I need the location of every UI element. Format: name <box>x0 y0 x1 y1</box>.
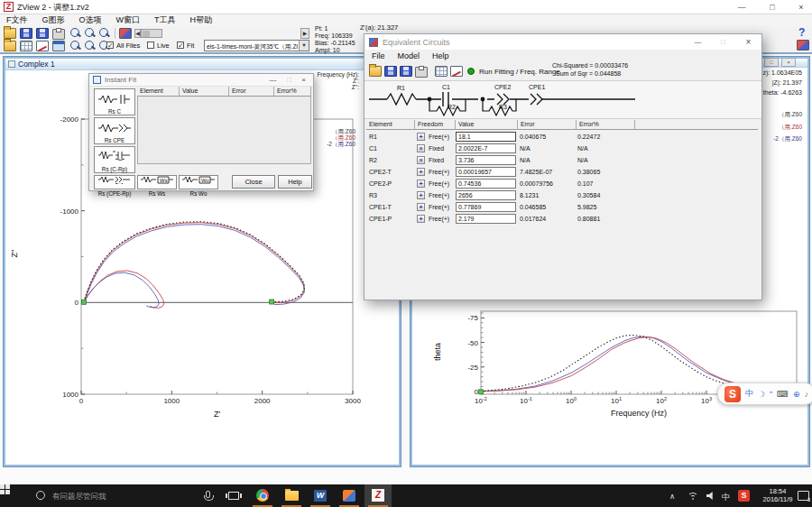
more-icon[interactable]: ⊕ <box>793 390 800 399</box>
open-icon[interactable] <box>4 28 16 39</box>
circuit-editor-icon[interactable] <box>797 40 809 51</box>
value-input[interactable]: 0.77869 <box>456 202 516 212</box>
column-header[interactable]: Error% <box>577 120 635 130</box>
input-mode-icon[interactable]: 中 <box>745 388 753 400</box>
ec-menu-help[interactable]: Help <box>432 51 449 60</box>
column-header[interactable]: Error% <box>274 87 311 97</box>
sogou-logo-icon[interactable]: S <box>724 386 741 402</box>
table-row[interactable]: R2×Fixed3.736N/AN/A <box>364 154 761 166</box>
column-header[interactable]: Element <box>366 120 415 130</box>
ec-menu-model[interactable]: Model <box>398 51 420 60</box>
menu-help[interactable]: H帮助 <box>190 14 213 26</box>
table-row[interactable]: CPE1-T+Free(+)0.778690.0465855.9825 <box>364 201 761 213</box>
action-center-icon[interactable]: 3 <box>798 491 809 501</box>
table-row[interactable]: CPE2-P+Free(+)0.745360.000797560.107 <box>364 178 761 189</box>
save-as-icon[interactable] <box>36 28 49 39</box>
fit-tool-icon[interactable] <box>84 28 97 39</box>
point-scrollbar[interactable] <box>141 29 162 38</box>
help-button[interactable]: Help <box>278 175 312 189</box>
edit-model-icon[interactable] <box>435 66 448 77</box>
search-input[interactable]: 有问题尽管问我 <box>52 492 106 502</box>
close-icon[interactable]: × <box>742 36 755 48</box>
freedom-toggle[interactable]: + <box>417 180 425 188</box>
run-fitting-button[interactable]: Run Fitting / Freq. Range <box>479 68 560 76</box>
close-button[interactable]: × <box>781 58 796 67</box>
save-as-icon[interactable] <box>400 66 412 77</box>
sogou-input-bar[interactable]: S 中 ☽ ” ⌨ ⊕ ♪ <box>717 383 812 405</box>
settings-icon[interactable]: ♪ <box>805 390 809 399</box>
clock[interactable]: 18:54 2016/11/9 <box>758 488 798 503</box>
circuit-canvas[interactable]: R1 C1 R2 CPE2 R3 CPE1 <box>364 81 761 119</box>
instant-fit-titlebar[interactable]: Instant Fit — □ × <box>89 74 313 87</box>
column-header[interactable]: Freedom <box>415 120 456 130</box>
ec-menu-file[interactable]: File <box>372 51 385 60</box>
ime-indicator[interactable]: 中 <box>722 492 730 503</box>
close-icon[interactable]: × <box>297 74 310 86</box>
complex-titlebar[interactable]: Complex 1 <box>5 59 399 70</box>
table-row[interactable]: CPE2-T+Free(+)0.000196577.4825E-070.3806… <box>364 166 761 178</box>
taskbar-item-word[interactable]: W <box>307 484 334 507</box>
freedom-toggle[interactable]: + <box>417 133 425 141</box>
taskbar-item-viewer[interactable] <box>336 484 363 507</box>
freedom-toggle[interactable]: × <box>417 144 425 152</box>
taskbar-item-zview[interactable]: Z <box>364 484 392 507</box>
value-input[interactable]: 0.74536 <box>456 179 516 189</box>
open-data-icon[interactable] <box>4 41 16 51</box>
freedom-toggle[interactable]: + <box>417 203 425 211</box>
all-files-checkbox[interactable]: ✓ <box>106 41 114 49</box>
start-button[interactable] <box>0 484 10 494</box>
menu-options[interactable]: O选项 <box>79 14 102 26</box>
value-input[interactable]: 0.00019657 <box>456 167 516 177</box>
fit-tool-icon[interactable] <box>98 28 111 39</box>
fit-tool-icon[interactable] <box>69 28 82 39</box>
network-icon[interactable] <box>687 493 700 502</box>
column-header[interactable]: Error <box>229 87 274 97</box>
column-header[interactable]: Value <box>180 87 229 97</box>
preview-icon[interactable] <box>450 66 463 77</box>
table-row[interactable]: R3+Free(+)26568.12310.30584 <box>364 189 761 201</box>
value-input[interactable]: 3.736 <box>456 155 516 165</box>
maximize-button[interactable]: □ <box>760 0 785 14</box>
column-header[interactable]: Element <box>137 87 180 97</box>
moon-icon[interactable]: ☽ <box>758 390 765 399</box>
dataset-combo[interactable]: eis-1-times-moni-黄河35℃（用.Z60 ▼ <box>204 40 309 51</box>
menu-tools[interactable]: T工具 <box>154 14 176 26</box>
keyboard-icon[interactable]: ⌨ <box>777 390 789 399</box>
freedom-toggle[interactable]: × <box>417 156 425 164</box>
print-icon[interactable] <box>52 29 65 40</box>
save-icon[interactable] <box>20 28 32 39</box>
print-icon[interactable] <box>415 67 428 78</box>
windows-icon[interactable] <box>52 41 65 51</box>
column-header[interactable]: Error <box>518 120 577 130</box>
rs-ws-button[interactable]: Ws Rs Ws <box>137 175 177 189</box>
minimize-button[interactable]: — <box>729 0 754 14</box>
zoom-in-icon[interactable] <box>69 41 82 51</box>
minimize-button[interactable]: — <box>691 36 705 48</box>
rs-cpe-rp-button[interactable]: Rs (CPE-Rp) <box>94 175 135 189</box>
rescale-icon[interactable] <box>119 28 132 39</box>
table-row[interactable]: C1×Fixed2.0022E-7N/AN/A <box>364 143 761 154</box>
rs-c-button[interactable]: Rs C <box>94 88 135 115</box>
rs-c-rp-button[interactable]: Rs (C-Rp) <box>94 146 135 173</box>
menu-file[interactable]: F文件 <box>6 14 28 26</box>
minimize-button[interactable]: — <box>266 74 280 86</box>
close-button[interactable]: Close <box>232 175 275 189</box>
value-input[interactable]: 2.0022E-7 <box>456 143 516 153</box>
ec-titlebar[interactable]: Equivalent Circuits — □ × <box>364 34 761 50</box>
value-input[interactable]: 2656 <box>456 190 516 200</box>
value-input[interactable]: 18.1 <box>456 132 516 142</box>
save-icon[interactable] <box>384 66 397 77</box>
freedom-toggle[interactable]: + <box>417 168 425 176</box>
rs-wo-button[interactable]: Wo Rs Wo <box>179 175 218 189</box>
task-view-button[interactable] <box>228 492 239 500</box>
scroll-right-button[interactable]: ▶ <box>300 28 309 39</box>
table-row[interactable]: CPE1-P+Free(+)2.1790.0176240.80881 <box>364 213 761 225</box>
tray-expand-icon[interactable]: ∧ <box>669 492 675 501</box>
data-table-icon[interactable] <box>20 41 32 51</box>
taskbar-item-chrome[interactable] <box>249 484 276 507</box>
menu-window[interactable]: W窗口 <box>116 14 141 26</box>
menu-graph[interactable]: G图形 <box>42 14 65 26</box>
freedom-toggle[interactable]: + <box>417 215 425 223</box>
freedom-toggle[interactable]: + <box>417 191 425 199</box>
restore-button[interactable]: □ <box>764 58 779 67</box>
